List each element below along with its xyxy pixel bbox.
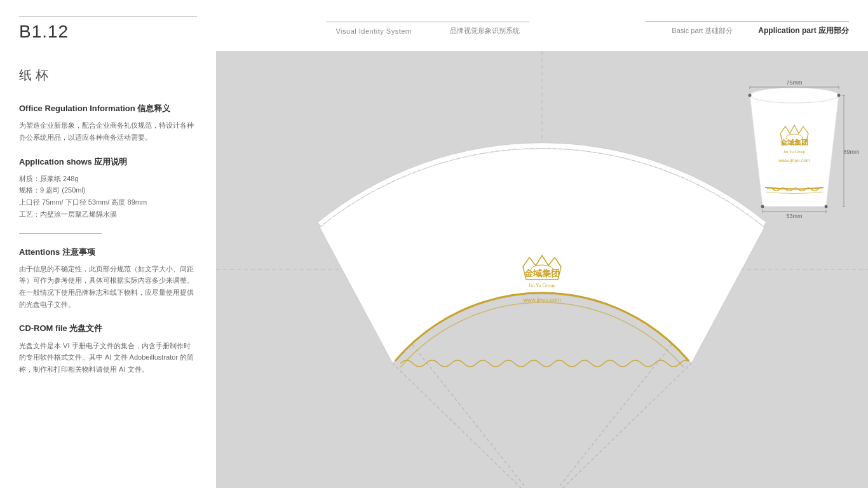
office-heading: Office Regulation Information 信息释义	[19, 103, 197, 114]
left-panel: 纸 杯 Office Regulation Information 信息释义 为…	[0, 51, 216, 488]
basic-part-label: Basic part 基础部分	[672, 26, 733, 36]
cdrom-heading: CD-ROM file 光盘文件	[19, 323, 197, 334]
cup-template-area: 金域集团 Jin Yu Group www.jinyu.com	[216, 51, 868, 488]
header-left: B1.12	[19, 10, 235, 42]
main-illustration-svg: 金域集团 Jin Yu Group www.jinyu.com	[216, 51, 868, 488]
office-text: 为塑造企业新形象，配合企业商务礼仪规范，特设计各种办公系统用品，以适应各种商务活…	[19, 119, 197, 143]
brand-zh-label: 品牌视觉形象识别系统	[450, 26, 520, 36]
app-text: 材质：原浆纸 248g 规格：9 盎司 (250ml) 上口径 75mm/ 下口…	[19, 173, 197, 220]
svg-point-11	[750, 88, 839, 103]
header-right-labels: Basic part 基础部分 Application part 应用部分	[672, 25, 849, 36]
header-center: Visual Identity System 品牌视觉形象识别系统	[235, 15, 620, 36]
svg-text:53mm: 53mm	[786, 213, 802, 219]
cdrom-text: 光盘文件是本 VI 手册电子文件的集合，内含手册制作时的专用软件格式文件。其中 …	[19, 340, 197, 376]
svg-point-30	[761, 205, 764, 208]
app-line-4: 工艺：内壁涂一层聚乙烯隔水膜	[19, 208, 197, 220]
header-center-labels: Visual Identity System 品牌视觉形象识别系统	[336, 26, 519, 36]
svg-text:www.jinyu.com: www.jinyu.com	[778, 158, 810, 163]
svg-text:75mm: 75mm	[786, 79, 802, 86]
app-part-label: Application part 应用部分	[758, 25, 849, 36]
header-right: Basic part 基础部分 Application part 应用部分	[620, 15, 849, 36]
header: B1.12 Visual Identity System 品牌视觉形象识别系统 …	[0, 0, 868, 51]
section-title: 纸 杯	[19, 67, 197, 84]
attention-text: 由于信息的不确定性，此页部分规范（如文字大小、间距等）可作为参考使用，具体可根据…	[19, 263, 197, 311]
svg-text:89mm: 89mm	[843, 149, 859, 155]
svg-text:www.jinyu.com: www.jinyu.com	[522, 297, 561, 303]
header-right-divider	[646, 21, 849, 22]
header-top-divider	[19, 16, 197, 17]
svg-text:金域集团: 金域集团	[524, 268, 560, 278]
svg-text:Jin Yu Group: Jin Yu Group	[783, 149, 805, 154]
svg-point-31	[825, 205, 828, 208]
app-heading: Application shows 应用说明	[19, 156, 197, 168]
svg-point-28	[749, 94, 752, 97]
section-divider-1	[19, 233, 102, 234]
svg-text:Jin Yu Group: Jin Yu Group	[529, 283, 555, 288]
page-number: B1.12	[19, 22, 235, 42]
vis-identity-label: Visual Identity System	[336, 27, 411, 35]
app-line-1: 材质：原浆纸 248g	[19, 173, 197, 185]
right-panel: 金域集团 Jin Yu Group www.jinyu.com	[216, 51, 868, 488]
header-center-divider	[326, 22, 529, 22]
attention-heading: Attentions 注意事项	[19, 247, 197, 258]
svg-text:金域集团: 金域集团	[780, 139, 808, 146]
app-line-2: 规格：9 盎司 (250ml)	[19, 184, 197, 196]
app-line-3: 上口径 75mm/ 下口径 53mm/ 高度 89mm	[19, 196, 197, 208]
svg-point-29	[837, 94, 841, 97]
